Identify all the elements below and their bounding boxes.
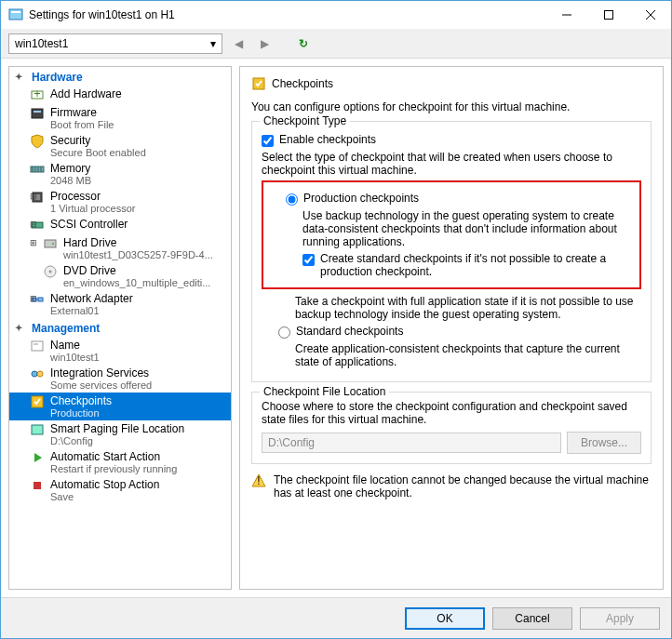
select-type-text: Select the type of checkpoint that will … xyxy=(262,151,641,177)
svg-rect-18 xyxy=(45,240,56,247)
enable-checkpoints-label: Enable checkpoints xyxy=(279,133,376,146)
pane-header: Checkpoints xyxy=(251,76,652,91)
vm-selector[interactable]: win10test1 ▾ xyxy=(8,33,222,54)
svg-point-27 xyxy=(32,371,37,377)
tree-item-dvd[interactable]: DVD Driveen_windows_10_multiple_editi... xyxy=(9,262,231,290)
management-header[interactable]: ✦Management xyxy=(9,318,231,337)
standard-radio[interactable] xyxy=(278,326,290,339)
vm-selector-value: win10test1 xyxy=(15,37,68,50)
production-desc: Use backup technology in the guest opera… xyxy=(302,209,634,248)
warning-text: The checkpoint file location cannot be c… xyxy=(274,473,652,499)
collapse-icon: ⊟ xyxy=(30,220,37,229)
nav-forward-button[interactable]: ▶ xyxy=(254,33,275,54)
production-radio[interactable] xyxy=(286,193,298,206)
tree-item-memory[interactable]: Memory2048 MB xyxy=(9,160,231,188)
paging-icon xyxy=(30,422,45,437)
pane-title: Checkpoints xyxy=(272,77,333,90)
memory-icon xyxy=(30,162,45,177)
cancel-button[interactable]: Cancel xyxy=(492,607,572,630)
tree-item-name[interactable]: Namewin10test1 xyxy=(9,337,231,365)
app-icon xyxy=(8,7,23,22)
shield-icon xyxy=(30,134,45,149)
group-title: Checkpoint File Location xyxy=(260,385,389,398)
tree-item-scsi[interactable]: ⊟SCSI Controller xyxy=(9,216,231,234)
svg-point-28 xyxy=(37,371,43,377)
production-label: Production checkpoints xyxy=(303,192,419,205)
refresh-button[interactable]: ↻ xyxy=(293,33,314,54)
window-title: Settings for win10test1 on H1 xyxy=(29,8,545,21)
dvd-icon xyxy=(43,264,58,279)
maximize-button[interactable] xyxy=(587,1,629,29)
firmware-icon xyxy=(30,106,45,121)
stop-icon xyxy=(30,478,45,493)
dialog-footer: OK Cancel Apply xyxy=(1,597,671,638)
enable-checkpoints-checkbox[interactable] xyxy=(262,135,274,147)
checkpoint-type-group: Checkpoint Type Enable checkpoints Selec… xyxy=(251,121,652,382)
tree-item-auto-stop[interactable]: Automatic Stop ActionSave xyxy=(9,476,231,504)
svg-point-19 xyxy=(52,243,54,245)
expand-icon: ⊞ xyxy=(30,238,37,247)
start-icon xyxy=(30,450,45,465)
warning-icon: ! xyxy=(251,473,266,488)
location-desc: Choose where to store the checkpoint con… xyxy=(262,400,641,426)
ok-button[interactable]: OK xyxy=(405,607,485,630)
add-hardware-icon: + xyxy=(30,87,45,102)
fallback-checkbox[interactable] xyxy=(302,254,315,266)
take-desc: Take a checkpoint with full application … xyxy=(295,295,641,321)
name-icon xyxy=(30,339,45,353)
collapse-icon: ✦ xyxy=(15,323,22,333)
highlight-box: Production checkpoints Use backup techno… xyxy=(262,180,641,289)
checkpoint-icon xyxy=(251,76,266,91)
tree-item-hard-drive[interactable]: ⊞Hard Drivewin10test1_D03C5257-9F9D-4... xyxy=(9,234,231,262)
close-button[interactable] xyxy=(629,1,671,29)
svg-rect-8 xyxy=(32,109,43,118)
browse-button: Browse... xyxy=(567,432,641,454)
group-title: Checkpoint Type xyxy=(260,114,350,127)
file-location-group: Checkpoint File Location Choose where to… xyxy=(251,392,652,464)
svg-rect-32 xyxy=(34,482,41,489)
warning-row: ! The checkpoint file location cannot be… xyxy=(251,473,652,499)
toolbar: win10test1 ▾ ◀ ▶ ↻ xyxy=(1,29,671,59)
tree-item-checkpoints[interactable]: CheckpointsProduction xyxy=(9,393,231,420)
integration-icon xyxy=(30,366,45,381)
tree-item-integration[interactable]: Integration ServicesSome services offere… xyxy=(9,365,231,393)
apply-button: Apply xyxy=(580,607,660,630)
pane-intro: You can configure options for checkpoint… xyxy=(251,100,652,113)
location-field: D:\Config xyxy=(262,433,561,453)
tree-item-processor[interactable]: ⊞Processor1 Virtual processor xyxy=(9,188,231,216)
svg-text:+: + xyxy=(34,87,40,100)
tree-item-auto-start[interactable]: Automatic Start ActionRestart if previou… xyxy=(9,448,231,476)
fallback-label: Create standard checkpoints if it's not … xyxy=(320,252,634,278)
titlebar: Settings for win10test1 on H1 xyxy=(1,1,671,29)
tree-item-security[interactable]: SecuritySecure Boot enabled xyxy=(9,132,231,160)
expand-icon: ⊞ xyxy=(30,192,37,201)
hardware-header[interactable]: ✦Hardware xyxy=(9,67,231,86)
svg-rect-25 xyxy=(32,341,43,351)
settings-tree: ✦Hardware +Add Hardware FirmwareBoot fro… xyxy=(8,66,232,590)
svg-rect-0 xyxy=(9,9,22,20)
svg-rect-23 xyxy=(38,298,43,301)
minimize-button[interactable] xyxy=(545,1,587,29)
svg-rect-3 xyxy=(604,11,612,20)
svg-rect-9 xyxy=(34,111,41,113)
tree-item-network[interactable]: ⊞Network AdapterExternal01 xyxy=(9,290,231,318)
disk-icon xyxy=(43,236,58,251)
svg-marker-31 xyxy=(34,453,42,462)
chevron-down-icon: ▾ xyxy=(210,37,216,50)
detail-pane: Checkpoints You can configure options fo… xyxy=(239,66,664,590)
svg-rect-30 xyxy=(32,425,43,434)
collapse-icon: ✦ xyxy=(15,72,22,82)
standard-label: Standard checkpoints xyxy=(296,325,403,338)
svg-rect-1 xyxy=(11,11,20,13)
standard-desc: Create application-consistent checkpoint… xyxy=(295,342,641,368)
expand-icon: ⊞ xyxy=(30,294,37,303)
tree-item-firmware[interactable]: FirmwareBoot from File xyxy=(9,104,231,132)
nav-back-button[interactable]: ◀ xyxy=(228,33,249,54)
tree-item-add-hardware[interactable]: +Add Hardware xyxy=(9,86,231,104)
svg-point-21 xyxy=(49,271,52,273)
tree-item-smart-paging[interactable]: Smart Paging File LocationD:\Config xyxy=(9,420,231,448)
svg-text:!: ! xyxy=(257,474,260,487)
checkpoint-icon xyxy=(30,394,45,409)
